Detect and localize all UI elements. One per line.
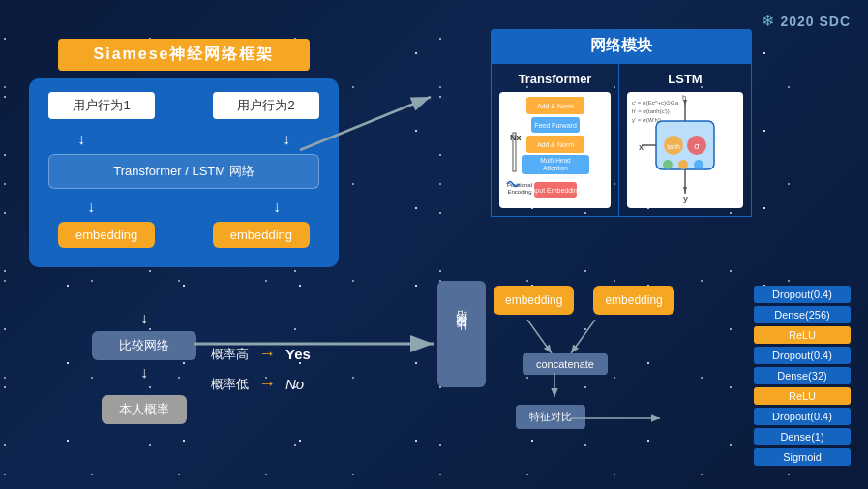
svg-text:Multi-Head: Multi-Head (540, 157, 571, 164)
svg-text:h' = σ(tanh(c')): h' = σ(tanh(c')) (632, 108, 670, 114)
siamese-title: Siamese神经网络框架 (58, 39, 310, 71)
embedding-row: embedding embedding (48, 222, 319, 248)
arrow-down-4: ↓ (273, 199, 281, 216)
svg-text:h: h (682, 93, 686, 102)
svg-text:Attention: Attention (543, 165, 568, 171)
feature-arrow (571, 409, 668, 428)
network-title: 网络模块 (491, 29, 752, 63)
compare-network-center: 比较网络 (437, 281, 486, 387)
svg-text:Positional: Positional (506, 182, 531, 188)
down-arrows-2: ↓ ↓ (48, 199, 319, 216)
svg-line-40 (571, 320, 595, 353)
svg-text:Add & Norm: Add & Norm (536, 103, 573, 109)
concat-arrow (547, 373, 562, 402)
svg-text:tanh: tanh (667, 143, 680, 150)
transformer-img: Add & Norm Feed Forward Add & Norm Multi… (499, 92, 611, 208)
svg-text:x: x (639, 142, 644, 152)
embed-center-row: embedding embedding (494, 286, 674, 315)
layer-item-4: Dense(32) (754, 367, 851, 384)
transformer-diagram: Add & Norm Feed Forward Add & Norm Multi… (502, 92, 609, 208)
svg-marker-34 (683, 187, 687, 193)
logo-text: 2020 SDC (780, 14, 851, 29)
logo: ❄ 2020 SDC (762, 12, 851, 30)
layer-item-2: ReLU (754, 326, 851, 344)
arrow-right-no: → (258, 374, 276, 394)
prob-box: 本人概率 (102, 395, 187, 424)
arrow-down-3: ↓ (87, 199, 95, 216)
arrow-to-prob: ↓ (140, 364, 148, 382)
layer-item-3: Dropout(0.4) (754, 347, 851, 364)
svg-line-39 (527, 320, 552, 353)
transformer-col: Transformer Add & Norm Feed Forward Add … (492, 64, 619, 216)
embed-box-1: embedding (58, 222, 155, 248)
svg-text:c' = σ(Ec^+c)⊙Ga: c' = σ(Ec^+c)⊙Ga (632, 100, 679, 106)
svg-point-25 (678, 160, 688, 169)
svg-text:Add & Norm: Add & Norm (536, 141, 573, 148)
no-text: No (285, 376, 304, 392)
lstm-label: LSTM (627, 72, 743, 86)
lstm-img: tanh σ c' = σ(Ec^+c)⊙Ga h' = σ(tanh(c' (627, 92, 743, 208)
layer-item-7: Dense(1) (754, 428, 851, 445)
layer-item-1: Dense(256) (754, 306, 851, 323)
embed-center-2: embedding (593, 286, 673, 315)
concatenate-box: concatenate (523, 353, 608, 375)
transformer-lstm-box: Transformer / LSTM 网络 (48, 154, 319, 189)
transformer-label: Transformer (499, 72, 611, 86)
embed-arrows (503, 320, 619, 358)
embed-box-2: embedding (213, 222, 310, 248)
svg-text:y: y (683, 194, 688, 203)
user-inputs-row: 用户行为1 用户行为2 (48, 92, 319, 119)
svg-text:Feed Forward: Feed Forward (534, 122, 577, 129)
compare-network-center-text: 比较网络 (454, 328, 470, 340)
layer-item-5: ReLU (754, 387, 851, 405)
lstm-diagram: tanh σ c' = σ(Ec^+c)⊙Ga h' = σ(tanh(c' (627, 92, 743, 208)
right-panel-top: 网络模块 Transformer Add & Norm Feed Forward… (491, 29, 752, 217)
svg-text:Input Embedding: Input Embedding (529, 187, 581, 195)
svg-text:σ: σ (694, 141, 700, 151)
svg-text:y' = σ(W'h'): y' = σ(W'h') (632, 117, 661, 123)
arrow-down-2: ↓ (283, 131, 290, 148)
layer-item-6: Dropout(0.4) (754, 408, 851, 425)
svg-point-26 (694, 160, 703, 169)
svg-point-24 (663, 160, 673, 169)
logo-icon: ❄ (762, 12, 774, 30)
diagonal-arrow (290, 82, 445, 169)
prob-low-label: 概率低 (211, 376, 249, 393)
embed-center-1: embedding (494, 286, 574, 315)
svg-text:Encoding: Encoding (507, 189, 531, 195)
svg-line-1 (300, 97, 431, 150)
horiz-arrow (194, 329, 445, 358)
layers-panel: Dropout(0.4)Dense(256)ReLUDropout(0.4)De… (754, 286, 851, 466)
network-modules: Transformer Add & Norm Feed Forward Add … (491, 63, 752, 217)
arrow-to-compare: ↓ (140, 310, 148, 327)
layer-item-8: Sigmoid (754, 448, 851, 466)
arrow-down-1: ↓ (77, 131, 85, 148)
layer-item-0: Dropout(0.4) (754, 286, 851, 303)
down-arrows: ↓ ↓ (48, 131, 319, 148)
compare-section: ↓ 比较网络 ↓ 本人概率 (92, 310, 196, 424)
no-item: 概率低 → No (211, 374, 311, 394)
compare-box: 比较网络 (92, 331, 196, 360)
lstm-col: LSTM tanh σ (619, 64, 751, 216)
user-box-1: 用户行为1 (48, 92, 155, 119)
